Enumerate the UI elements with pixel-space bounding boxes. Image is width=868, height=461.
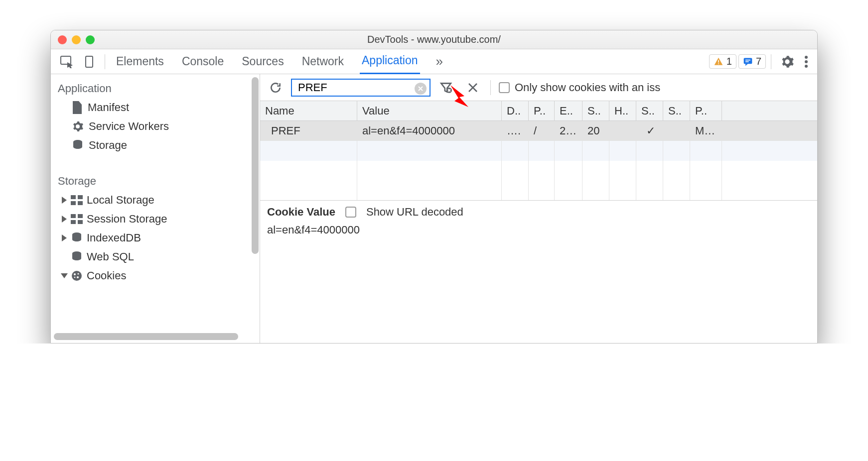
col-value[interactable]: Value (357, 101, 502, 120)
sidebar-item-label: Service Workers (89, 120, 169, 133)
chevron-down-icon (61, 273, 68, 278)
svg-point-21 (72, 271, 82, 281)
sidebar-item-service-workers[interactable]: Service Workers (51, 117, 260, 136)
cookie-icon (71, 270, 83, 282)
clear-all-filter-icon[interactable] (435, 79, 456, 96)
window-title: DevTools - www.youtube.com/ (367, 34, 501, 45)
svg-point-9 (805, 65, 808, 68)
cookies-table: Name Value D.. P.. E.. S.. H.. S.. S.. P… (260, 101, 817, 201)
only-issue-checkbox[interactable] (499, 82, 510, 93)
col-samesite[interactable]: S.. (663, 101, 690, 120)
svg-rect-12 (78, 195, 83, 199)
svg-rect-1 (86, 56, 93, 67)
settings-icon[interactable] (776, 53, 798, 71)
clear-filter-icon[interactable] (415, 83, 427, 95)
cookies-panel: Only show cookies with an iss Name Value… (260, 74, 817, 343)
col-size[interactable]: S.. (582, 101, 609, 120)
sidebar-item-storage[interactable]: Storage (51, 136, 260, 155)
devtools-toolbar: Elements Console Sources Network Applica… (51, 49, 817, 74)
sidebar-item-label: IndexedDB (87, 231, 141, 244)
sidebar-item-manifest[interactable]: Manifest (51, 98, 260, 117)
svg-rect-5 (745, 59, 750, 60)
minimize-window-button[interactable] (72, 35, 81, 44)
svg-rect-15 (71, 214, 76, 218)
col-secure[interactable]: S.. (636, 101, 663, 120)
tab-console[interactable]: Console (180, 50, 226, 74)
svg-point-23 (78, 273, 79, 275)
cell-samesite (663, 121, 690, 141)
sidebar-horizontal-scrollbar[interactable] (54, 333, 238, 340)
cell-path: / (529, 121, 555, 141)
svg-rect-6 (745, 61, 749, 62)
cookie-detail-heading: Cookie Value (267, 206, 335, 219)
refresh-icon[interactable] (265, 79, 286, 96)
devtools-panel-tabs: Elements Console Sources Network Applica… (114, 49, 445, 75)
inspect-element-icon[interactable] (56, 53, 78, 70)
messages-count: 7 (756, 56, 761, 67)
col-expires[interactable]: E.. (555, 101, 582, 120)
cookies-filter-input[interactable] (297, 81, 413, 95)
cookies-toolbar: Only show cookies with an iss (260, 74, 817, 101)
file-icon (72, 101, 83, 114)
col-name[interactable]: Name (260, 101, 357, 120)
separator (771, 54, 771, 69)
sidebar-scrollbar[interactable] (252, 77, 259, 254)
svg-point-25 (74, 277, 76, 278)
show-url-decoded-label: Show URL decoded (366, 206, 463, 219)
tab-sources[interactable]: Sources (240, 50, 286, 74)
sidebar-group-storage: Storage (51, 169, 260, 191)
cookie-detail-value: al=en&f4=4000000 (267, 224, 810, 236)
table-row-empty (260, 141, 817, 161)
warning-icon (714, 57, 723, 67)
db-icon (71, 232, 83, 244)
show-url-decoded-checkbox[interactable] (345, 207, 356, 218)
svg-rect-11 (71, 195, 76, 199)
close-window-button[interactable] (58, 35, 67, 44)
messages-badge[interactable]: 7 (738, 54, 766, 69)
more-tabs-icon[interactable]: » (434, 49, 445, 75)
col-priority[interactable]: P.. (690, 101, 722, 120)
col-path[interactable]: P.. (529, 101, 555, 120)
svg-rect-13 (71, 201, 76, 205)
tab-network[interactable]: Network (300, 50, 346, 74)
svg-point-22 (74, 273, 76, 275)
db-icon (71, 251, 83, 263)
cell-httponly (609, 121, 636, 141)
warnings-count: 1 (726, 56, 732, 67)
delete-selected-icon[interactable] (463, 80, 482, 95)
zoom-window-button[interactable] (86, 35, 95, 44)
tab-application[interactable]: Application (360, 49, 420, 74)
cookies-filter-input-wrap (291, 79, 431, 97)
chevron-right-icon (62, 197, 67, 204)
kebab-menu-icon[interactable] (800, 53, 812, 70)
db-icon (72, 139, 84, 151)
sidebar-item-label: Manifest (88, 101, 129, 114)
message-icon (743, 57, 753, 67)
sidebar-item-label: Session Storage (87, 213, 167, 226)
toggle-device-icon[interactable] (80, 53, 100, 70)
svg-point-7 (805, 56, 808, 59)
cell-value: al=en&f4=4000000 (357, 121, 502, 141)
separator (490, 80, 491, 95)
svg-point-8 (805, 60, 808, 63)
sidebar-item-label: Storage (89, 139, 127, 152)
col-httponly[interactable]: H.. (609, 101, 636, 120)
warnings-badge[interactable]: 1 (709, 54, 736, 69)
traffic-lights (58, 35, 95, 44)
col-domain[interactable]: D.. (502, 101, 529, 120)
cookies-table-header: Name Value D.. P.. E.. S.. H.. S.. S.. P… (260, 101, 817, 121)
sidebar-item-session-storage[interactable]: Session Storage (51, 210, 260, 229)
cell-size: 20 (582, 121, 609, 141)
tab-elements[interactable]: Elements (114, 50, 166, 74)
sidebar-item-indexeddb[interactable]: IndexedDB (51, 229, 260, 247)
table-row[interactable]: PREF al=en&f4=4000000 …. / 2… 20 ✓ M… (260, 121, 817, 141)
cell-expires: 2… (555, 121, 582, 141)
sidebar-item-cookies[interactable]: Cookies (51, 266, 260, 285)
sidebar-item-local-storage[interactable]: Local Storage (51, 191, 260, 210)
cookie-detail: Cookie Value Show URL decoded al=en&f4=4… (260, 201, 817, 343)
application-sidebar: Application Manifest Service Workers Sto… (51, 74, 260, 343)
sidebar-group-application: Application (51, 76, 260, 98)
cell-domain: …. (502, 121, 529, 141)
sidebar-item-websql[interactable]: Web SQL (51, 247, 260, 266)
sidebar-item-label: Web SQL (87, 250, 134, 263)
